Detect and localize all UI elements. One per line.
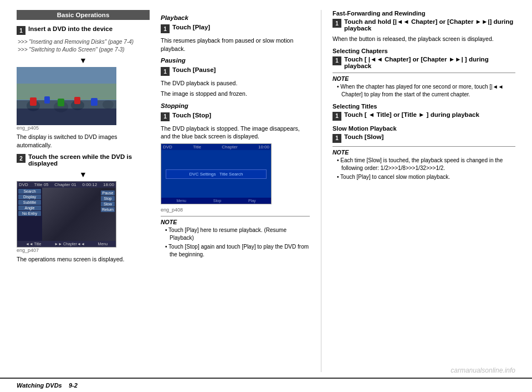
slow-note1: Each time [Slow] is touched, the playbac… [337,157,515,172]
sel-title-step-text: Touch [ ◄ Title] or [Title ► ] during pl… [344,111,479,118]
play-title: Touch [Play] [172,24,210,30]
stop-step-row: 1 Touch [Stop] [161,112,310,121]
step1-sub1: >>> "Inserting and Removing Disks" (page… [18,38,150,46]
dvd-video-content: Pause Stop Slow Return [42,188,116,241]
svg-rect-14 [91,98,98,106]
footer-watching: Watching DVDs [17,382,62,389]
stop-nav-menu[interactable]: Menu [176,199,186,203]
stop-screen-screenshot: DVD Title Chapter 10:00 DVC Settings Tit… [161,143,272,204]
ff-body: When the button is released, the playbac… [332,35,515,43]
pause-body1: The DVD playback is paused. [161,79,310,87]
dvd-image-screenshot [17,67,116,125]
dvd-nav-title[interactable]: ◄◄ Title [25,242,42,246]
step2-badge: 2 [17,154,25,163]
section-header: Basic Operations [17,10,150,20]
step1-title: Insert a DVD into the device [28,25,112,32]
stop-chapter-label: Chapter [222,145,237,149]
middle-column: Playback 1 Touch [Play] This resumes pla… [161,10,321,372]
stop-dvc: DVC Settings Title Search [169,172,263,177]
ff-step-row: 1 Touch and hold [|◄◄ Chapter] or [Chapt… [332,18,515,32]
stop-section-title: Stopping [161,102,310,109]
dvd-btn-angle[interactable]: Angle [18,205,41,210]
ff-title: Fast-Forwarding and Rewinding [332,10,515,17]
playback-section-title: Playback [161,14,310,21]
img2-caption: The operations menu screen is displayed. [17,255,150,264]
sel-title-step-row: 1 Touch [ ◄ Title] or [Title ► ] during … [332,111,515,121]
stop-top-bar: DVD Title Chapter 10:00 [161,144,271,150]
dvd-main-area: Search Display Subtitle Angle No Entry P… [17,188,116,241]
sel-title-section: Selecting Titles 1 Touch [ ◄ Title] or [… [332,103,515,121]
dvd-clock: 18:00 [103,182,114,187]
slow-badge: 1 [332,134,341,143]
play-badge: 1 [161,24,170,33]
ff-step-text: Touch and hold [|◄◄ Chapter] or [Chapter… [344,18,515,32]
chap-note-label: NOTE [332,75,515,82]
img1-label: eng_p405 [17,125,150,131]
middle-note-label: NOTE [161,219,310,225]
dvd-btn-stop[interactable]: Stop [101,196,115,201]
arrow2: ▼ [17,170,150,179]
sel-title-title: Selecting Titles [332,103,515,110]
stop-nav-play[interactable]: Play [248,199,256,203]
stop-bottom-bar: Menu Stop Play [161,198,271,204]
chap-note: NOTE When the chapter has played for one… [332,73,515,99]
stop-nav-stop[interactable]: Stop [213,199,221,203]
slow-step-row: 1 Touch [Slow] [332,133,515,143]
left-column: Basic Operations 1 Insert a DVD into the… [17,10,161,372]
svg-rect-11 [44,96,50,104]
sel-chap-badge: 1 [332,56,341,65]
footer: Watching DVDs 9-2 [0,378,532,392]
stop-main-area: DVC Settings Title Search [161,150,271,198]
slow-section: Slow Motion Playback 1 Touch [Slow] NOTE… [332,125,515,181]
middle-note2: Touch [Stop] again and touch [Play] to p… [165,243,310,259]
slow-note: NOTE Each time [Slow] is touched, the pl… [332,146,515,181]
dvd-btn-subtitle[interactable]: Subtitle [18,200,41,205]
pause-body2: The image is stopped and frozen. [161,90,310,98]
svg-rect-9 [17,84,116,99]
slow-title: Slow Motion Playback [332,125,515,132]
svg-rect-12 [58,99,64,106]
slow-note-label: NOTE [332,149,515,156]
ff-badge: 1 [332,19,341,28]
play-body: This resumes playback from paused or slo… [161,37,310,53]
img2-label: eng_p407 [17,247,150,253]
footer-page: 9-2 [69,382,78,389]
stop-inner-box: DVC Settings Title Search [166,169,267,179]
dvd-chapter: Chapter 01 [54,182,76,187]
stop-body: The DVD playback is stopped. The image d… [161,125,310,141]
stop-img-label: eng_p408 [161,207,310,213]
stop-dvd-label: DVD [163,145,172,149]
ff-section: Fast-Forwarding and Rewinding 1 Touch an… [332,10,515,43]
img1-caption: The display is switched to DVD images au… [17,133,150,149]
dvd-menu-screenshot: DVD Title 05 Chapter 01 0:00:12 18:00 Se… [17,181,116,247]
svg-rect-13 [74,97,80,104]
slow-note2: Touch [Play] to cancel slow motion playb… [337,173,515,181]
dvd-btn-return[interactable]: Return [101,207,115,212]
dvd-btn-search[interactable]: Search [18,189,41,194]
stop-title-label: Title [193,145,201,149]
pause-title: Touch [Pause] [172,66,216,73]
pause-step-row: 1 Touch [Pause] [161,66,310,76]
dvd-btn-noentry[interactable]: No Entry [18,211,41,216]
arrow1: ▼ [17,56,150,65]
chap-note1: When the chapter has played for one seco… [337,83,515,99]
svg-rect-10 [30,97,37,106]
slow-step-text: Touch [Slow] [344,133,383,140]
step1-badge: 1 [17,26,25,35]
dvd-title: Title 05 [34,182,49,187]
dvd-nav-menu[interactable]: Menu [98,242,108,246]
dvd-nav-chapter[interactable]: ►► Chapter◄◄ [54,242,85,246]
dvd-btn-slow[interactable]: Slow [101,202,115,207]
dvd-time: 0:00:12 [83,182,98,187]
sel-chap-title: Selecting Chapters [332,48,515,54]
dvd-btn-display[interactable]: Display [18,194,41,199]
pause-badge: 1 [161,67,170,76]
dvd-btn-pause[interactable]: Pause [101,190,115,195]
stop-title: Touch [Stop] [172,112,211,118]
watermark: carmanualsonline.info [451,367,515,374]
right-column: Fast-Forwarding and Rewinding 1 Touch an… [321,10,515,372]
step2-title: Touch the screen while the DVD is displa… [28,153,150,167]
footer-text: Watching DVDs 9-2 [17,382,78,389]
dvd-video: Pause Stop Slow Return [42,188,116,241]
sel-chap-step-row: 1 Touch [ |◄◄ Chapter] or [Chapter ►►| ]… [332,56,515,69]
